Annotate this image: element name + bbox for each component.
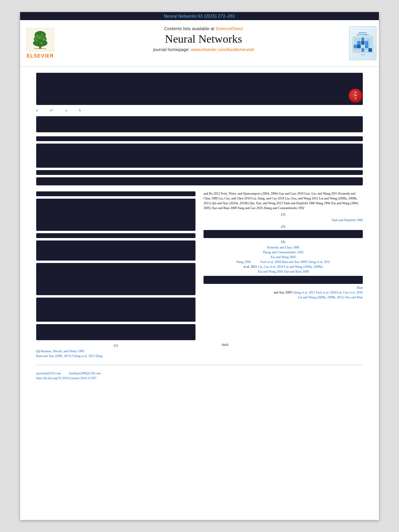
keywords-header — [36, 170, 363, 175]
keywords-content — [36, 177, 363, 185]
elsevier-tree-icon — [26, 28, 54, 52]
section-1-header — [36, 191, 195, 196]
elsevier-brand: ELSEVIER — [27, 53, 53, 59]
elsevier-logo-block: ELSEVIER — [20, 24, 60, 62]
section-1-para4 — [36, 324, 195, 340]
journal-title: Neural Networks — [68, 33, 339, 45]
doi-link[interactable]: http://dx.doi.org/10.1016/j.neunet.2014.… — [36, 376, 97, 380]
science-direct-line: Contents lists available at ScienceDirec… — [68, 26, 339, 31]
footer-emails: qiuxiian@163.com fundejun2066@126.com — [36, 372, 363, 375]
section-1-para2 — [36, 263, 195, 295]
journal-thumbnail: NEURALNETWORKS ● ● ● — [347, 24, 379, 62]
author-3: a — [66, 108, 67, 114]
right-refs-2: Kennedy and Chua 1988 Zhang and Constant… — [204, 245, 363, 274]
affiliation-block — [36, 116, 363, 132]
tank-hopfield-ref: Tank and Hopfield 1986 — [204, 218, 363, 223]
journal-citation: Neural Networks 63 (2015) 272–281 — [164, 14, 235, 18]
author-1: a — [36, 108, 38, 114]
journal-header: ELSEVIER Contents lists available at Sci… — [20, 20, 379, 67]
refs-right-top: and Bu 2012 Forti, Nistri, and Quincampo… — [204, 191, 363, 211]
journal-bar: Neural Networks 63 (2015) 272–281 — [20, 12, 379, 20]
homepage-link[interactable]: www.elsevier.com/locate/neunet — [191, 47, 254, 52]
section-1-para3 — [36, 298, 195, 322]
right-dark-2 — [204, 276, 363, 284]
article-type-badge: ART — [348, 88, 363, 103]
author-4: b — [79, 108, 81, 114]
email-link-1[interactable]: qiuxiian@163.com — [36, 372, 61, 375]
email-link-2[interactable]: fundejun2066@126.com — [69, 372, 101, 375]
section-1-sub-content — [36, 240, 195, 261]
right-dark-1 — [204, 230, 363, 238]
two-column-content: (1) (1) Bazaraa, Sherali, and Shetty 199… — [36, 191, 363, 359]
science-direct-link[interactable]: ScienceDirect — [216, 26, 243, 31]
homepage-line: journal homepage: www.elsevier.com/locat… — [68, 47, 339, 52]
eq-label-right-1b: (1) — [204, 224, 363, 228]
svg-point-6 — [37, 35, 38, 37]
abstract-content — [36, 144, 363, 168]
svg-point-5 — [33, 39, 47, 47]
eq-label-right-1: (1) — [204, 212, 363, 216]
main-content: a a* a b — [20, 67, 379, 386]
section-1-content — [36, 199, 195, 231]
right-refs-3: Bian and Xue 2009 Cheng et al. 2011 Fort… — [204, 286, 363, 300]
section-1-sub — [36, 233, 195, 238]
left-column: (1) (1) Bazaraa, Sherali, and Shetty 199… — [36, 191, 195, 359]
refs-left: (1) Bazaraa, Sherali, and Shetty 1993 Bi… — [36, 349, 195, 359]
right-column: and Bu 2012 Forti, Nistri, and Quincampo… — [204, 191, 363, 359]
author-line: a a* a b — [36, 108, 363, 114]
svg-point-11 — [41, 42, 42, 44]
journal-title-block: Contents lists available at ScienceDirec… — [60, 24, 347, 62]
field-text: field — [222, 343, 228, 347]
footer-doi: http://dx.doi.org/10.1016/j.neunet.2014.… — [36, 376, 363, 380]
journal-cover-image: NEURALNETWORKS ● ● ● — [349, 26, 376, 60]
article-title-block — [36, 73, 363, 105]
author-2: a* — [50, 108, 53, 114]
svg-point-8 — [39, 37, 41, 39]
svg-point-7 — [42, 34, 43, 35]
equation-label-left: (1) — [36, 343, 195, 347]
svg-point-9 — [43, 39, 45, 41]
abstract-header — [36, 136, 363, 141]
section-eq-label: (1) — [204, 240, 363, 244]
svg-point-10 — [36, 41, 37, 42]
